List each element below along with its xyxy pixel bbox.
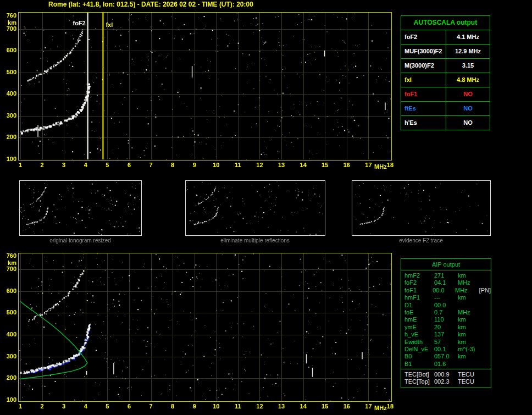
aip-param-unit	[458, 361, 483, 368]
aip-param-unit: km	[458, 339, 483, 346]
autoscala-output-header: AUTOSCALA output	[401, 16, 490, 30]
aip-param-label: ymE	[401, 324, 434, 331]
aip-row-B0: B0057.0km	[401, 353, 491, 360]
aip-param-value: 271	[434, 272, 458, 279]
y-tick-label: 500	[7, 309, 16, 316]
autoscala-param-label: foF2	[401, 30, 446, 44]
aip-param-unit: km	[458, 294, 483, 301]
x-tick-label: 13	[278, 403, 285, 410]
y-tick-label: 760	[7, 252, 16, 259]
aip-param-label: foF1	[401, 287, 433, 294]
y-tick-label: 300	[7, 112, 16, 119]
aip-param-extra	[483, 353, 491, 360]
aip-row-hmF2: hmF2271km	[401, 272, 491, 279]
y-tick-label: 760	[7, 12, 16, 19]
autoscala-param-value: 12.9 MHz	[446, 45, 490, 58]
y-tick-label: 400	[7, 90, 16, 97]
aip-row-foF2: foF204.1MHz	[401, 279, 491, 286]
aip-output-rows: hmF2271kmfoF204.1MHzfoF100.0MHz[PN]hmF1-…	[401, 270, 491, 369]
x-tick-label: 6	[128, 403, 131, 410]
aip-param-label: hmE	[401, 316, 434, 323]
aip-param-label: foE	[401, 309, 434, 316]
aip-param-extra	[483, 331, 491, 338]
autoscala-output-panel: AUTOSCALA output foF24.1 MHzMUF(3000)F21…	[401, 15, 490, 130]
autoscala-row-foF1: foF1NO	[401, 87, 490, 102]
aip-param-extra	[483, 324, 491, 331]
autoscala-app-screen: Rome (lat: +41.8, lon: 012.5) - DATE: 20…	[0, 0, 532, 415]
y-tick-label: 700	[7, 25, 16, 32]
aip-param-extra	[483, 272, 491, 279]
aip-output-header: AIP output	[401, 259, 491, 270]
x-tick-label: 14	[300, 162, 307, 168]
x-tick-label: 17	[365, 403, 372, 410]
aip-row-TECBot: TEC[Bot]000.9TECU	[401, 371, 491, 378]
aip-tec-rows: TEC[Bot]000.9TECUTEC[Top]002.3TECU	[401, 369, 491, 388]
y-tick-label: 600	[7, 47, 16, 53]
foF2-annotation-label: foF2	[73, 20, 85, 26]
y-tick-label: 100	[7, 156, 16, 162]
aip-param-label: B0	[401, 353, 434, 360]
x-tick-label: 16	[343, 403, 350, 410]
x-tick-label: 14	[300, 403, 307, 410]
aip-param-value: 110	[434, 316, 458, 323]
x-tick-label: 2	[41, 403, 44, 410]
x-tick-label: 9	[193, 162, 196, 168]
aip-param-value: 00.0	[433, 287, 455, 294]
x-tick-label: 1	[19, 403, 22, 410]
aip-param-extra	[483, 294, 491, 301]
y-tick-label: 100	[7, 396, 16, 403]
autoscala-param-label: M(3000)F2	[401, 59, 446, 73]
aip-param-unit: km	[458, 272, 483, 279]
autoscala-row-MUF3000F2: MUF(3000)F212.9 MHz	[401, 45, 490, 59]
aip-param-label: hmF1	[401, 294, 434, 301]
aip-param-label: hmF2	[401, 272, 434, 279]
station-date-time-title: Rome (lat: +41.8, lon: 012.5) - DATE: 20…	[48, 1, 253, 8]
autoscala-param-label: MUF(3000)F2	[401, 45, 446, 58]
aip-row-hvE: h_vE137km	[401, 331, 491, 338]
x-tick-label: 11	[235, 403, 241, 410]
aip-row-hmE: hmE110km	[401, 316, 491, 323]
x-tick-label: 18	[387, 162, 394, 168]
x-tick-label: 2	[41, 162, 44, 168]
aip-param-label: TEC[Top]	[401, 378, 434, 385]
y-tick-label: 200	[7, 374, 16, 381]
aip-param-extra	[483, 316, 491, 323]
y-tick-label: 200	[7, 134, 16, 140]
autoscala-param-value: 3.15	[446, 59, 490, 73]
aip-row-D1: D100.0	[401, 302, 491, 309]
aip-row-Ewidth: Ewidth57km	[401, 339, 491, 346]
aip-param-extra	[483, 279, 491, 286]
aip-row-TECTop: TEC[Top]002.3TECU	[401, 378, 491, 385]
y-tick-label: 600	[7, 287, 16, 294]
x-tick-label: 5	[106, 403, 109, 410]
x-tick-label: 1	[19, 162, 22, 168]
aip-param-unit	[458, 302, 483, 309]
aip-param-unit: km	[458, 353, 483, 360]
aip-param-unit: TECU	[458, 371, 483, 378]
autoscala-param-label: fxI	[401, 73, 446, 87]
x-tick-label: 11	[235, 162, 241, 168]
autoscala-param-label: ftEs	[401, 102, 446, 115]
x-tick-label: 5	[106, 162, 109, 168]
x-tick-label: 3	[62, 403, 65, 410]
aip-param-label: h_vE	[401, 331, 434, 338]
x-tick-label: 8	[171, 162, 174, 168]
x-axis-unit-label: MHz	[374, 405, 387, 411]
aip-param-unit: TECU	[458, 378, 483, 385]
x-tick-label: 9	[193, 403, 196, 410]
aip-param-label: Ewidth	[401, 339, 434, 346]
autoscala-row-ftEs: ftEsNO	[401, 102, 490, 116]
aip-param-unit: m^(-3)	[458, 346, 483, 353]
aip-param-extra	[483, 371, 491, 378]
autoscala-param-label: foF1	[401, 87, 446, 101]
aip-param-value: 137	[434, 331, 458, 338]
aip-row-DelNvE: DelN_vE00.1m^(-3)	[401, 346, 491, 353]
thumbnail-caption-eliminate: eliminate multiple reflections	[220, 237, 290, 244]
x-tick-label: 12	[256, 162, 263, 168]
aip-param-label: foF2	[401, 279, 434, 286]
aip-param-extra	[483, 302, 491, 309]
aip-param-value: 00.0	[434, 302, 458, 309]
aip-param-unit: km	[458, 324, 483, 331]
aip-param-value: 000.9	[434, 371, 458, 378]
aip-param-label: D1	[401, 302, 434, 309]
